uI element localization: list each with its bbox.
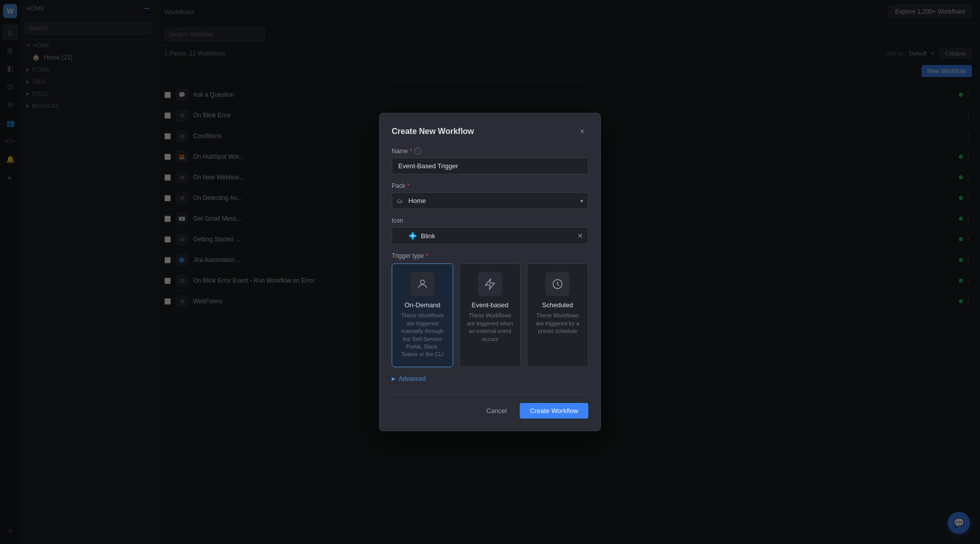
pack-label: Pack *	[392, 182, 588, 189]
icon-label: Icon	[392, 217, 588, 224]
advanced-label: Advanced	[399, 375, 425, 382]
modal-footer: Cancel Create Workflow	[392, 394, 588, 419]
trigger-label-text: Trigger type	[392, 252, 424, 259]
pack-folder-icon: 🗂	[397, 197, 403, 205]
modal-title: Create New Workflow	[392, 127, 474, 136]
event-based-desc: These Workflows are triggered when an ex…	[466, 312, 514, 343]
trigger-card-scheduled[interactable]: Scheduled These Workflows are triggered …	[527, 263, 588, 367]
pack-field-group: Pack * 🗂 Home ▾	[392, 182, 588, 209]
on-demand-icon	[410, 272, 435, 296]
chevron-right-icon-advanced: ▶	[392, 376, 396, 381]
close-button[interactable]: ×	[576, 125, 588, 138]
icon-field: 💠 Blink ✕	[392, 227, 588, 244]
create-workflow-modal: Create New Workflow × Name * i Pack * 🗂 …	[379, 113, 601, 431]
required-star-pack: *	[407, 182, 410, 189]
on-demand-title: On-Demand	[398, 301, 447, 309]
name-label: Name * i	[392, 148, 588, 155]
advanced-toggle[interactable]: ▶ Advanced	[392, 375, 588, 382]
scheduled-title: Scheduled	[533, 301, 582, 309]
name-label-text: Name	[392, 148, 408, 155]
modal-overlay: Create New Workflow × Name * i Pack * 🗂 …	[0, 0, 980, 544]
trigger-card-event-based[interactable]: Event-based These Workflows are triggere…	[459, 263, 521, 367]
trigger-card-on-demand[interactable]: On-Demand These Workflows are triggered …	[392, 263, 453, 367]
icon-label-text: Icon	[392, 217, 403, 224]
icon-field-group: Icon 💠 Blink ✕	[392, 217, 588, 244]
clear-icon-button[interactable]: ✕	[577, 232, 583, 240]
trigger-type-group: Trigger type * On-Demand These Workflows…	[392, 252, 588, 367]
icon-field-display[interactable]: 💠 Blink	[392, 227, 588, 244]
trigger-cards-container: On-Demand These Workflows are triggered …	[392, 263, 588, 367]
info-icon[interactable]: i	[414, 148, 421, 155]
scheduled-icon	[545, 272, 570, 296]
pack-select[interactable]: Home	[392, 192, 588, 209]
on-demand-desc: These Workflows are triggered manually t…	[398, 312, 447, 358]
name-field-group: Name * i	[392, 148, 588, 174]
blink-icon: 💠	[408, 232, 417, 240]
workflow-name-input[interactable]	[392, 158, 588, 174]
svg-point-0	[420, 280, 424, 284]
pack-select-wrapper: 🗂 Home ▾	[392, 192, 588, 209]
svg-marker-1	[485, 279, 495, 289]
modal-header: Create New Workflow ×	[392, 125, 588, 138]
event-based-icon	[478, 272, 502, 296]
required-star-trigger: *	[426, 252, 428, 259]
scheduled-desc: These Workflows are triggered by a prese…	[533, 312, 582, 335]
create-workflow-button[interactable]: Create Workflow	[520, 403, 588, 419]
icon-value-text: Blink	[421, 232, 435, 240]
cancel-button[interactable]: Cancel	[478, 403, 515, 419]
event-based-title: Event-based	[466, 301, 514, 309]
pack-label-text: Pack	[392, 182, 405, 189]
required-star: *	[410, 148, 412, 155]
trigger-label: Trigger type *	[392, 252, 588, 259]
